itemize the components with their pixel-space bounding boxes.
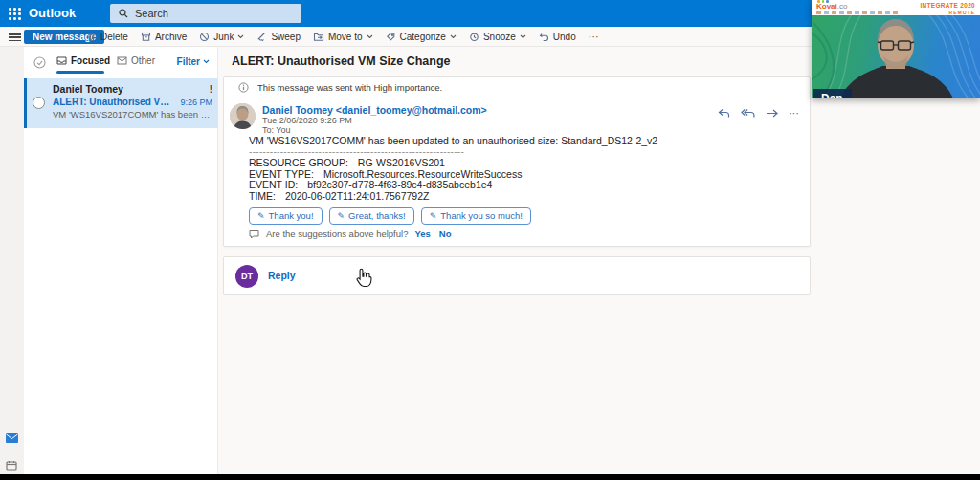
detail-row: TIME:2020-06-02T11:24:01.7567792Z	[249, 191, 785, 203]
webcam-header: Kovai.co INTEGRATE 2020 REMOTE	[812, 0, 980, 15]
mail-icon	[117, 56, 127, 65]
high-importance-marker: !	[210, 84, 212, 95]
message-time: 9:26 PM	[180, 98, 212, 107]
message-list: Focused Other Filter Daniel Toomey ! ALE…	[24, 47, 218, 474]
event-title: INTEGRATE 2020	[920, 2, 975, 9]
logo-tagline-decor	[816, 11, 899, 14]
message-more-icon[interactable]: ⋯	[789, 107, 800, 120]
mail-card: This message was sent with High importan…	[223, 76, 811, 247]
archive-button[interactable]: Archive	[141, 32, 187, 42]
cursor-hand-icon	[356, 268, 372, 288]
body-line: VM 'WS16VS2017COMM' has been updated to …	[249, 135, 785, 146]
delete-button[interactable]: Delete	[86, 32, 128, 42]
archive-icon	[141, 32, 151, 42]
move-to-button[interactable]: Move to	[313, 32, 373, 42]
importance-notice: This message was sent with High importan…	[224, 77, 810, 98]
suggested-replies: ✎Thank you! ✎Great, thanks! ✎Thank you s…	[249, 207, 531, 225]
reply-link[interactable]: Reply	[268, 270, 296, 281]
mail-module-icon[interactable]	[6, 433, 18, 443]
active-tab-indicator	[56, 71, 104, 74]
body-divider: ----------------------------------------…	[249, 147, 498, 156]
forward-icon[interactable]	[766, 109, 778, 118]
chevron-down-icon	[367, 34, 373, 39]
search-input[interactable]: Search	[110, 4, 301, 23]
pencil-icon: ✎	[338, 211, 345, 221]
suggested-reply-button[interactable]: ✎Thank you!	[249, 207, 323, 225]
search-icon	[119, 9, 128, 18]
chevron-down-icon	[237, 34, 244, 39]
detail-row: EVENT ID:bf92c307-d778-4f63-89c4-d835abc…	[249, 180, 785, 191]
feedback-no-link[interactable]: No	[439, 229, 452, 239]
chevron-down-icon	[520, 34, 526, 39]
kovai-logo: Kovai.co	[816, 2, 847, 11]
undo-button[interactable]: Undo	[539, 32, 576, 42]
info-icon	[238, 82, 249, 93]
trash-icon	[86, 32, 97, 42]
inbox-icon	[56, 56, 67, 65]
clock-icon	[469, 32, 479, 42]
recipient-line: To: You	[262, 125, 291, 135]
webcam-overlay: Kovai.co INTEGRATE 2020 REMOTE	[812, 0, 980, 98]
pencil-icon: ✎	[430, 211, 437, 221]
message-sender: Daniel Toomey	[53, 83, 210, 95]
bottom-letterbox	[0, 474, 980, 480]
suggested-reply-button[interactable]: ✎Great, thanks!	[329, 207, 414, 225]
reply-card: DT Reply	[223, 256, 811, 295]
filter-button[interactable]: Filter	[177, 56, 210, 67]
webcam-video: Dan	[812, 15, 980, 98]
block-icon	[199, 32, 210, 42]
folder-move-icon	[313, 32, 324, 42]
message-preview: VM 'WS16VS2017COMM' has been updated t..…	[53, 109, 212, 120]
categorize-button[interactable]: Categorize	[386, 32, 457, 42]
sender-avatar	[230, 103, 256, 129]
list-item-selected[interactable]: Daniel Toomey ! ALERT: Unauthorised VM S…	[24, 78, 218, 128]
feedback-question: Are the suggestions above helpful?	[266, 229, 408, 239]
tab-other[interactable]: Other	[117, 55, 155, 66]
sent-datetime: Tue 2/06/2020 9:26 PM	[262, 116, 352, 125]
speaker-name-badge: Dan	[813, 89, 852, 98]
reading-subject: ALERT: Unauthorised VM Size Change	[223, 47, 811, 76]
snooze-button[interactable]: Snooze	[469, 32, 526, 42]
user-avatar: DT	[235, 265, 258, 288]
sweep-button[interactable]: Sweep	[256, 32, 301, 42]
sender-email-link[interactable]: Daniel Toomey <daniel_toomey@hotmail.com…	[262, 104, 487, 116]
feedback-bubble-icon	[249, 229, 259, 239]
outlook-window: Outlook Search New message Delete Archiv…	[0, 0, 980, 480]
sweep-icon	[256, 32, 267, 42]
person-shoulders	[840, 66, 953, 98]
app-title: Outlook	[29, 0, 76, 27]
select-all-icon[interactable]	[33, 56, 46, 69]
pencil-icon: ✎	[257, 211, 265, 221]
message-checkbox[interactable]	[33, 97, 45, 109]
tab-focused[interactable]: Focused	[56, 55, 110, 66]
app-launcher-icon[interactable]	[9, 8, 21, 20]
email-body: VM 'WS16VS2017COMM' has been updated to …	[249, 135, 785, 202]
suggested-reply-button[interactable]: ✎Thank you so much!	[421, 207, 531, 225]
hamburger-menu-icon[interactable]	[9, 33, 21, 41]
more-commands-button[interactable]: ⋯	[589, 31, 600, 43]
detail-row: RESOURCE GROUP:RG-WS2016VS201	[249, 158, 785, 169]
reply-all-icon[interactable]	[741, 108, 755, 119]
chevron-down-icon	[203, 59, 210, 64]
junk-button[interactable]: Junk	[199, 32, 244, 42]
left-rail	[0, 47, 24, 474]
message-subject: ALERT: Unauthorised VM Size ...	[53, 97, 176, 107]
undo-icon	[539, 32, 549, 42]
reply-icon[interactable]	[718, 108, 730, 119]
chevron-down-icon	[450, 34, 457, 39]
feedback-yes-link[interactable]: Yes	[414, 229, 430, 239]
calendar-module-icon[interactable]	[6, 460, 17, 471]
search-placeholder: Search	[135, 8, 168, 19]
tag-icon	[386, 32, 396, 42]
